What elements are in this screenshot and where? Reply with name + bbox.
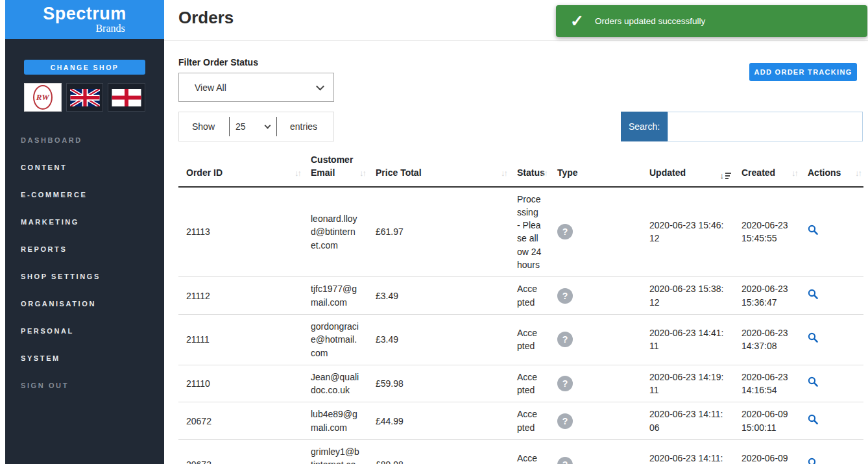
customer-email-cell: grimley1@btinternet.com <box>303 440 368 464</box>
question-help-icon[interactable]: ? <box>557 457 573 464</box>
sidebar-nav-item[interactable]: SHOP SETTINGS <box>5 263 164 290</box>
order-id-cell: 21113 <box>178 187 303 277</box>
sidebar-nav-item[interactable]: DASHBOARD <box>5 127 164 154</box>
question-help-icon[interactable]: ? <box>557 332 573 347</box>
type-cell: ? <box>549 365 642 402</box>
price-total-cell: £59.98 <box>368 365 509 402</box>
magnifier-icon <box>808 332 819 343</box>
customer-email-cell: leonard.lloyd@btinternet.com <box>303 187 368 277</box>
customer-email-cell: gordongracie@hotmail.com <box>303 314 368 365</box>
table-search: Search: <box>621 112 863 141</box>
price-total-cell: £89.98 <box>368 440 509 464</box>
sidebar-nav-item[interactable]: PERSONAL <box>5 317 164 345</box>
sort-both-icon: ↓↑ <box>501 167 507 180</box>
actions-cell <box>800 277 863 315</box>
orders-table-header-row: Order ID ↓↑ ↓ Customer Email ↓↑ ↓ <box>178 151 863 187</box>
actions-cell <box>800 365 863 402</box>
sidebar-nav-item[interactable]: SYSTEM <box>5 345 164 372</box>
price-total-cell: £3.49 <box>368 277 509 315</box>
column-header-label: Price Total <box>376 167 422 178</box>
customer-email-cell: lub4e89@gmali.com <box>303 402 368 440</box>
column-header[interactable]: Type ↓↑ ↓ <box>549 151 642 187</box>
toast-message: Orders updated successfully <box>595 16 705 26</box>
updated-cell: 2020-06-23 15:46:12 <box>642 187 734 277</box>
page-size-value: 25 <box>235 121 246 132</box>
shop-tile-england[interactable] <box>108 83 145 112</box>
uk-flag-icon <box>70 89 100 106</box>
brand-logo-subtitle: Brands <box>95 23 125 34</box>
sidebar-nav-item[interactable]: SIGN OUT <box>5 372 164 399</box>
page-size-select[interactable]: 25 <box>229 117 277 136</box>
search-input[interactable] <box>668 112 863 141</box>
status-cell: Accepted <box>509 277 549 315</box>
sort-both-icon: ↓↑ <box>295 167 300 180</box>
column-header[interactable]: Created ↓↑ ↓ <box>734 151 800 187</box>
type-cell: ? <box>549 277 642 315</box>
magnifier-icon <box>808 458 819 464</box>
sidebar-nav-item[interactable]: CONTENT <box>5 154 164 181</box>
view-order-button[interactable] <box>808 332 819 343</box>
column-header[interactable]: Updated ↓↑ ↓ <box>642 151 734 187</box>
actions-cell <box>800 187 863 277</box>
column-header-label: Actions <box>808 167 841 178</box>
column-header[interactable]: Status ↓↑ ↓ <box>509 151 549 187</box>
entries-label: entries <box>290 121 317 132</box>
type-cell: ? <box>549 440 642 464</box>
order-status-selected-value: View All <box>195 82 226 93</box>
order-status-select[interactable]: View All <box>178 73 334 102</box>
column-header[interactable]: Customer Email ↓↑ ↓ <box>303 151 368 187</box>
created-cell: 2020-06-23 15:45:55 <box>734 187 800 277</box>
change-shop-button[interactable]: CHANGE SHOP <box>24 60 145 75</box>
column-header[interactable]: Order ID ↓↑ ↓ <box>178 151 303 187</box>
view-order-button[interactable] <box>808 458 819 464</box>
created-cell: 2020-06-09 15:01:17 <box>734 440 800 464</box>
sidebar-nav-item[interactable]: E-COMMERCE <box>5 181 164 208</box>
magnifier-icon <box>808 289 819 300</box>
column-header[interactable]: Price Total ↓↑ ↓ <box>368 151 509 187</box>
column-header-label: Type <box>557 167 578 178</box>
view-order-button[interactable] <box>808 225 819 236</box>
order-id-cell: 21110 <box>178 365 303 402</box>
created-cell: 2020-06-23 15:36:47 <box>734 277 800 315</box>
status-cell: Accepted <box>509 440 549 464</box>
page-title: Orders <box>178 8 234 28</box>
question-help-icon[interactable]: ? <box>557 413 573 429</box>
updated-cell: 2020-06-23 15:38:12 <box>642 277 734 315</box>
table-row: 20673 grimley1@btinternet.com £89.98 Acc… <box>178 440 863 464</box>
filter-order-status-label: Filter Order Status <box>178 57 258 67</box>
sidebar-nav-item[interactable]: MARKETING <box>5 208 164 236</box>
royal-worcester-logo-icon: RW <box>33 85 53 110</box>
sort-both-icon: ↓↑ <box>791 167 797 180</box>
question-help-icon[interactable]: ? <box>557 376 573 391</box>
order-id-cell: 20673 <box>178 440 303 464</box>
type-cell: ? <box>549 187 642 277</box>
title-divider <box>164 40 868 41</box>
show-label: Show <box>192 121 215 132</box>
orders-table-body: 21113 leonard.lloyd@btinternet.com £61.9… <box>178 187 863 464</box>
price-total-cell: £44.99 <box>368 402 509 440</box>
order-id-cell: 21111 <box>178 314 303 365</box>
shop-tile-uk[interactable] <box>66 83 104 112</box>
question-help-icon[interactable]: ? <box>557 288 573 304</box>
magnifier-icon <box>808 414 819 425</box>
sidebar: Spectrum Brands CHANGE SHOP RW <box>5 0 164 464</box>
sidebar-nav-item[interactable]: ORGANISATION <box>5 290 164 317</box>
toast-notification: ✓ Orders updated successfully <box>556 5 867 37</box>
table-row: 21110 Jean@qualidoc.co.uk £59.98 Accepte… <box>178 365 863 402</box>
type-cell: ? <box>549 402 642 440</box>
magnifier-icon <box>808 376 819 387</box>
add-order-tracking-button[interactable]: ADD ORDER TRACKING <box>749 63 857 81</box>
view-order-button[interactable] <box>808 289 819 300</box>
page-left-strip <box>0 0 5 464</box>
column-header[interactable]: Actions ↓↑ ↓ <box>800 151 863 187</box>
price-total-cell: £61.97 <box>368 187 509 277</box>
check-icon: ✓ <box>570 13 584 29</box>
view-order-button[interactable] <box>808 376 819 387</box>
sidebar-nav-item[interactable]: REPORTS <box>5 236 164 263</box>
england-flag-icon <box>112 89 141 106</box>
shop-tile-royal-worcester[interactable]: RW <box>24 83 62 112</box>
question-help-icon[interactable]: ? <box>557 224 573 239</box>
view-order-button[interactable] <box>808 414 819 425</box>
price-total-cell: £3.49 <box>368 314 509 365</box>
created-cell: 2020-06-09 15:00:11 <box>734 402 800 440</box>
